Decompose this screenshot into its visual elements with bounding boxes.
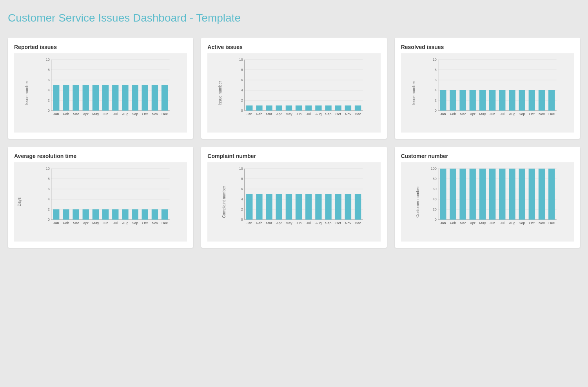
chart-card-avg-resolution-time: Average resolution timeDays0246810JanFeb… bbox=[8, 147, 193, 248]
svg-text:6: 6 bbox=[48, 78, 50, 82]
svg-text:May: May bbox=[286, 221, 293, 225]
svg-text:Dec: Dec bbox=[162, 112, 168, 116]
svg-rect-58 bbox=[276, 105, 282, 111]
svg-rect-174 bbox=[286, 194, 292, 220]
svg-rect-70 bbox=[335, 105, 341, 111]
svg-text:6: 6 bbox=[241, 78, 243, 82]
svg-text:Sep: Sep bbox=[519, 221, 525, 225]
svg-rect-222 bbox=[528, 169, 535, 220]
svg-rect-172 bbox=[276, 194, 282, 220]
svg-text:8: 8 bbox=[241, 68, 243, 72]
svg-rect-98 bbox=[479, 90, 485, 111]
svg-text:Apr: Apr bbox=[276, 221, 282, 225]
svg-rect-204 bbox=[440, 169, 446, 220]
svg-text:0: 0 bbox=[48, 218, 50, 222]
svg-text:Sep: Sep bbox=[132, 112, 138, 116]
svg-rect-28 bbox=[122, 85, 128, 111]
svg-rect-132 bbox=[73, 209, 79, 220]
svg-text:10: 10 bbox=[46, 58, 50, 62]
svg-rect-216 bbox=[499, 169, 505, 220]
svg-text:4: 4 bbox=[434, 88, 436, 92]
svg-text:Aug: Aug bbox=[122, 221, 128, 225]
svg-text:Apr: Apr bbox=[470, 112, 475, 116]
y-axis-label-active-issues: Issue number bbox=[218, 81, 222, 105]
chart-title-reported-issues: Reported issues bbox=[14, 44, 187, 50]
svg-rect-210 bbox=[469, 169, 475, 220]
svg-rect-178 bbox=[305, 194, 312, 220]
svg-rect-188 bbox=[355, 194, 361, 220]
chart-card-complaint-number: Complaint numberComplaint number0246810J… bbox=[201, 147, 387, 248]
svg-rect-56 bbox=[266, 105, 272, 111]
svg-text:May: May bbox=[92, 112, 99, 116]
svg-text:Jun: Jun bbox=[296, 112, 302, 116]
svg-text:8: 8 bbox=[48, 177, 50, 181]
svg-text:0: 0 bbox=[434, 218, 436, 222]
svg-rect-208 bbox=[459, 169, 466, 220]
y-axis-label-avg-resolution-time: Days bbox=[17, 198, 22, 207]
svg-rect-32 bbox=[142, 85, 148, 111]
svg-text:0: 0 bbox=[241, 218, 243, 222]
svg-rect-168 bbox=[256, 194, 263, 220]
chart-svg-resolved-issues: 0246810JanFebMarAprMayJunJulAugSepOctNov… bbox=[417, 56, 571, 119]
y-axis-label-customer-number: Customer number bbox=[415, 186, 419, 218]
svg-text:Nov: Nov bbox=[152, 221, 158, 225]
svg-text:Aug: Aug bbox=[122, 112, 128, 116]
svg-text:Feb: Feb bbox=[256, 112, 263, 116]
svg-text:10: 10 bbox=[432, 58, 436, 62]
y-axis-label-resolved-issues: Issue number bbox=[411, 81, 416, 105]
svg-text:Aug: Aug bbox=[509, 112, 515, 116]
page-title: Customer Service Issues Dashboard - Temp… bbox=[8, 8, 580, 28]
svg-text:6: 6 bbox=[48, 187, 50, 191]
svg-rect-54 bbox=[256, 105, 263, 111]
svg-text:6: 6 bbox=[434, 78, 436, 82]
svg-rect-180 bbox=[316, 194, 322, 220]
svg-text:May: May bbox=[479, 112, 486, 116]
svg-rect-52 bbox=[246, 105, 252, 111]
svg-rect-130 bbox=[63, 209, 69, 220]
svg-rect-64 bbox=[305, 105, 312, 111]
svg-text:Apr: Apr bbox=[470, 221, 475, 225]
svg-text:Jan: Jan bbox=[53, 112, 59, 116]
svg-text:Jun: Jun bbox=[489, 221, 495, 225]
svg-text:Jun: Jun bbox=[103, 221, 109, 225]
chart-area-customer-number: Customer number020406080100JanFebMarAprM… bbox=[401, 162, 574, 242]
chart-title-complaint-number: Complaint number bbox=[207, 153, 380, 159]
svg-text:Aug: Aug bbox=[509, 221, 515, 225]
svg-rect-206 bbox=[450, 169, 456, 220]
svg-rect-26 bbox=[112, 85, 118, 111]
svg-rect-72 bbox=[345, 105, 351, 111]
svg-rect-20 bbox=[83, 85, 89, 111]
svg-text:Sep: Sep bbox=[519, 112, 525, 116]
svg-text:Jun: Jun bbox=[489, 112, 495, 116]
svg-rect-68 bbox=[325, 105, 332, 111]
svg-text:10: 10 bbox=[239, 167, 243, 171]
svg-text:Mar: Mar bbox=[266, 112, 272, 116]
svg-text:Jun: Jun bbox=[296, 221, 302, 225]
svg-text:Oct: Oct bbox=[142, 112, 148, 116]
svg-rect-30 bbox=[132, 85, 138, 111]
svg-text:4: 4 bbox=[241, 197, 243, 201]
chart-area-active-issues: Issue number0246810JanFebMarAprMayJunJul… bbox=[207, 53, 380, 133]
svg-text:Dec: Dec bbox=[548, 221, 555, 225]
svg-text:Apr: Apr bbox=[83, 221, 89, 225]
chart-area-resolved-issues: Issue number0246810JanFebMarAprMayJunJul… bbox=[401, 53, 574, 133]
svg-text:2: 2 bbox=[241, 207, 243, 211]
svg-text:0: 0 bbox=[434, 109, 436, 113]
svg-text:Mar: Mar bbox=[266, 221, 272, 225]
svg-text:May: May bbox=[92, 221, 99, 225]
svg-rect-140 bbox=[112, 209, 118, 220]
charts-grid: Reported issuesIssue number0246810JanFeb… bbox=[8, 38, 580, 248]
svg-text:6: 6 bbox=[241, 187, 243, 191]
svg-rect-226 bbox=[548, 169, 555, 220]
svg-text:Apr: Apr bbox=[276, 112, 282, 116]
svg-text:10: 10 bbox=[46, 167, 50, 171]
svg-text:2: 2 bbox=[434, 98, 436, 102]
svg-rect-214 bbox=[489, 169, 495, 220]
svg-text:Oct: Oct bbox=[336, 221, 341, 225]
svg-rect-108 bbox=[528, 90, 535, 111]
svg-text:4: 4 bbox=[48, 197, 50, 201]
svg-rect-62 bbox=[296, 105, 302, 111]
chart-svg-reported-issues: 0246810JanFebMarAprMayJunJulAugSepOctNov… bbox=[30, 56, 184, 119]
chart-card-resolved-issues: Resolved issuesIssue number0246810JanFeb… bbox=[395, 38, 580, 139]
svg-rect-106 bbox=[519, 90, 525, 111]
